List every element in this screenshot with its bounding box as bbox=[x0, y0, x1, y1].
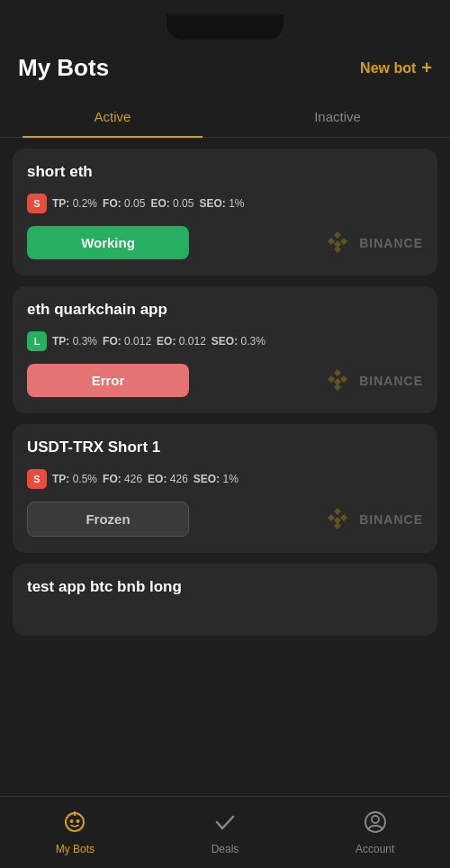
new-bot-plus-icon: + bbox=[421, 58, 432, 78]
svg-point-17 bbox=[76, 819, 80, 823]
svg-marker-4 bbox=[334, 240, 341, 248]
svg-point-19 bbox=[74, 811, 76, 814]
bots-list: short eth S TP: 0.2% FO: 0.05 EO: 0.05 S… bbox=[0, 138, 450, 796]
bot-params-0: S TP: 0.2% FO: 0.05 EO: 0.05 SEO: 1% bbox=[27, 194, 423, 213]
bot-eo-label-1: EO: 0.012 bbox=[157, 335, 206, 348]
nav-account-label: Account bbox=[356, 843, 394, 855]
svg-marker-1 bbox=[328, 238, 335, 245]
tab-inactive[interactable]: Inactive bbox=[225, 96, 450, 137]
svg-marker-5 bbox=[334, 369, 341, 376]
nav-deals[interactable]: Deals bbox=[150, 801, 301, 864]
bot-status-button-0[interactable]: Working bbox=[27, 226, 189, 259]
nav-deals-label: Deals bbox=[212, 843, 239, 855]
bot-seo-label-1: SEO: 0.3% bbox=[212, 335, 266, 348]
svg-marker-12 bbox=[340, 514, 347, 521]
bot-card-0[interactable]: short eth S TP: 0.2% FO: 0.05 EO: 0.05 S… bbox=[13, 149, 437, 276]
svg-marker-7 bbox=[340, 375, 347, 383]
new-bot-button[interactable]: New bot + bbox=[360, 58, 432, 78]
binance-icon-2 bbox=[323, 505, 352, 534]
nav-my-bots[interactable]: My Bots bbox=[0, 801, 150, 864]
nav-my-bots-label: My Bots bbox=[56, 843, 94, 855]
nav-account[interactable]: Account bbox=[300, 801, 450, 864]
header: My Bots New bot + bbox=[0, 45, 450, 96]
bot-card-3[interactable]: test app btc bnb long bbox=[13, 564, 437, 636]
notch-area bbox=[0, 0, 450, 45]
svg-point-21 bbox=[372, 816, 379, 823]
exchange-logo-2: BINANCE bbox=[323, 505, 423, 534]
bot-params-1: L TP: 0.3% FO: 0.012 EO: 0.012 SEO: 0.3% bbox=[27, 331, 423, 351]
account-icon bbox=[364, 810, 387, 839]
bottom-nav: My Bots Deals Account bbox=[0, 796, 450, 868]
bot-card-2[interactable]: USDT-TRX Short 1 S TP: 0.5% FO: 426 EO: … bbox=[13, 424, 437, 553]
svg-marker-14 bbox=[334, 517, 341, 524]
tabs-container: Active Inactive bbox=[0, 96, 450, 138]
bot-seo-label-0: SEO: 1% bbox=[199, 197, 244, 210]
svg-point-16 bbox=[70, 819, 74, 823]
bot-badge-2: S bbox=[27, 469, 47, 489]
svg-marker-9 bbox=[334, 378, 341, 385]
bot-footer-1: Error BINANCE bbox=[27, 364, 423, 397]
exchange-logo-1: BINANCE bbox=[323, 366, 423, 395]
notch bbox=[166, 14, 284, 40]
svg-marker-0 bbox=[334, 231, 341, 239]
phone-wrapper: My Bots New bot + Active Inactive short … bbox=[0, 0, 450, 868]
bot-fo-label-2: FO: 426 bbox=[103, 473, 142, 485]
bot-name-1: eth quarkchain app bbox=[27, 301, 423, 319]
exchange-name-1: BINANCE bbox=[359, 374, 423, 388]
exchange-logo-0: BINANCE bbox=[323, 229, 423, 258]
robot-icon bbox=[63, 810, 86, 839]
bot-status-button-1[interactable]: Error bbox=[27, 364, 189, 397]
bot-tp-label-2: TP: 0.5% bbox=[52, 473, 97, 485]
bot-params-2: S TP: 0.5% FO: 426 EO: 426 SEO: 1% bbox=[27, 469, 423, 489]
check-icon bbox=[213, 810, 237, 839]
page-title: My Bots bbox=[18, 54, 109, 82]
bot-footer-2: Frozen BINANCE bbox=[27, 502, 423, 537]
svg-marker-10 bbox=[334, 508, 341, 515]
exchange-name-0: BINANCE bbox=[359, 236, 423, 250]
bot-fo-label-1: FO: 0.012 bbox=[103, 335, 151, 348]
bot-seo-label-2: SEO: 1% bbox=[194, 473, 238, 485]
svg-marker-11 bbox=[328, 514, 335, 521]
binance-icon-0 bbox=[323, 229, 352, 258]
binance-icon-1 bbox=[323, 366, 352, 395]
svg-marker-6 bbox=[328, 375, 335, 383]
bot-badge-1: L bbox=[27, 331, 47, 351]
bot-name-3: test app btc bnb long bbox=[27, 578, 423, 596]
bot-eo-label-0: EO: 0.05 bbox=[150, 197, 194, 210]
new-bot-label: New bot bbox=[360, 60, 416, 77]
bot-name-2: USDT-TRX Short 1 bbox=[27, 439, 423, 457]
svg-marker-2 bbox=[340, 238, 347, 245]
bot-card-1[interactable]: eth quarkchain app L TP: 0.3% FO: 0.012 … bbox=[13, 286, 437, 413]
bot-status-button-2[interactable]: Frozen bbox=[27, 502, 189, 537]
bot-eo-label-2: EO: 426 bbox=[148, 473, 188, 485]
bot-tp-label-1: TP: 0.3% bbox=[52, 335, 97, 348]
exchange-name-2: BINANCE bbox=[359, 512, 423, 527]
bot-badge-0: S bbox=[27, 194, 47, 213]
bot-footer-0: Working BINANCE bbox=[27, 226, 423, 259]
tab-active[interactable]: Active bbox=[0, 96, 225, 137]
bot-fo-label-0: FO: 0.05 bbox=[103, 197, 145, 210]
bot-tp-label-0: TP: 0.2% bbox=[52, 197, 97, 210]
bot-name-0: short eth bbox=[27, 163, 423, 181]
